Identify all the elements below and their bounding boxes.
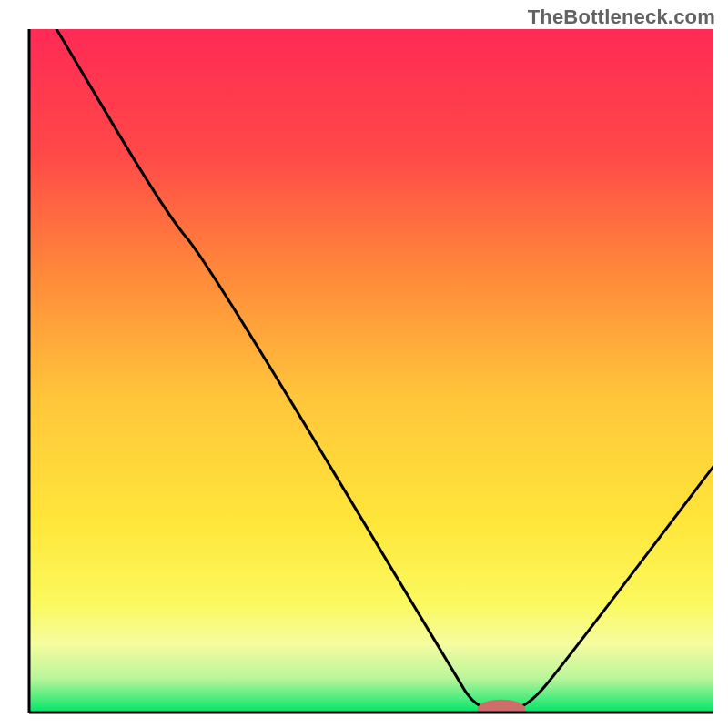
- optimum-marker: [478, 700, 526, 719]
- plot-background: [29, 29, 713, 713]
- chart-container: TheBottleneck.com: [0, 0, 728, 728]
- bottleneck-chart: [0, 0, 728, 728]
